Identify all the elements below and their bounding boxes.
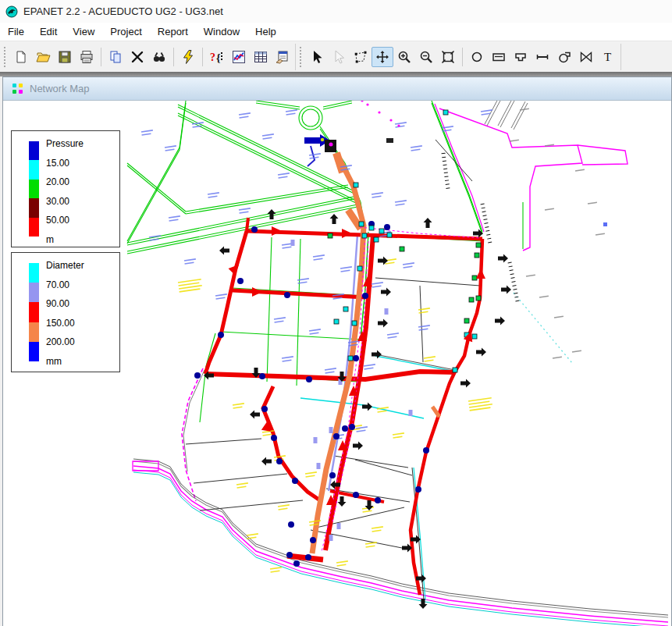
add-reservoir-button[interactable] [488, 47, 510, 67]
pressure-value: 15.00 [46, 154, 119, 173]
map-node [359, 222, 364, 226]
select-object-button[interactable] [306, 47, 328, 67]
zoom-out-button[interactable] [415, 47, 437, 67]
query-button[interactable]: ?{ [206, 47, 228, 67]
map-node [476, 243, 481, 247]
junction-node [353, 492, 359, 498]
pressure-legend[interactable]: Pressure 15.00 20.00 30.00 50.00 m [11, 130, 120, 247]
add-valve-button[interactable] [575, 47, 597, 67]
epanet-app-icon [5, 5, 18, 18]
graph-button[interactable] [228, 47, 250, 67]
diameter-legend-title: Diameter [46, 256, 119, 276]
junction-node [284, 292, 290, 298]
add-pump-button[interactable] [553, 47, 575, 67]
toolbar-gripper[interactable] [4, 47, 7, 67]
map-node [387, 233, 392, 237]
epanet-window: EPANET 2.2 - ACUEDUCTO UG2 - UG3.net Fil… [0, 0, 672, 626]
map-node [343, 307, 348, 311]
map-node [472, 276, 477, 280]
add-junction-button[interactable] [466, 47, 488, 67]
junction-node [329, 472, 336, 478]
flow-arrow [381, 288, 391, 297]
map-node [369, 226, 374, 230]
pressure-unit: m [46, 230, 119, 250]
flow-arrow [498, 254, 508, 263]
options-button[interactable] [272, 47, 293, 67]
junction-node [375, 497, 381, 503]
map-node [453, 368, 457, 372]
open-file-button[interactable] [32, 47, 54, 67]
add-tank-button[interactable] [510, 47, 532, 67]
toolbar-separator [462, 48, 463, 66]
flow-arrow [261, 457, 272, 466]
zoom-in-button[interactable] [393, 47, 415, 67]
map-node [475, 253, 479, 258]
network-map-window: Network Map [2, 76, 672, 626]
network-map-title: Network Map [30, 83, 90, 94]
junction-node [305, 554, 311, 560]
junction-node [353, 355, 359, 361]
junction-node [218, 332, 224, 338]
map-node [357, 266, 362, 271]
svg-text:?: ? [210, 52, 215, 63]
pan-button[interactable] [372, 47, 393, 67]
flow-arrow [353, 442, 363, 450]
menu-edit[interactable]: Edit [32, 23, 65, 40]
map-node [464, 318, 469, 323]
junction-node [384, 224, 390, 230]
junction-node [342, 425, 348, 432]
map-node [334, 319, 339, 324]
save-file-button[interactable] [54, 47, 76, 67]
junction-node [415, 486, 421, 493]
map-toolbar: T [296, 44, 621, 70]
flow-arrow [476, 348, 486, 357]
junction-node [251, 226, 258, 233]
junction-node [259, 373, 265, 379]
table-button[interactable] [250, 47, 272, 67]
menu-project[interactable]: Project [102, 23, 149, 40]
toolbar: ?{ [0, 41, 672, 72]
junction-node [306, 376, 312, 382]
map-node [400, 247, 404, 251]
network-map-titlebar[interactable]: Network Map [3, 77, 671, 101]
pressure-legend-title: Pressure [46, 134, 119, 154]
copy-button[interactable] [105, 47, 126, 67]
toolbar-separator [202, 48, 203, 66]
diameter-unit: mm [46, 352, 119, 372]
add-label-button[interactable]: T [597, 47, 619, 67]
junction-node [310, 537, 316, 543]
find-button[interactable] [148, 47, 170, 67]
full-extent-button[interactable] [437, 47, 459, 67]
print-button[interactable] [76, 47, 98, 67]
select-region-button[interactable] [350, 47, 372, 67]
junction-node [286, 552, 293, 558]
map-node [374, 237, 379, 242]
delete-button[interactable] [126, 47, 148, 67]
diameter-value: 90.00 [46, 294, 119, 314]
junction-node [362, 293, 368, 299]
menu-report[interactable]: Report [150, 23, 196, 40]
flow-arrow [495, 317, 505, 325]
diameter-value: 150.00 [46, 314, 119, 333]
menu-window[interactable]: Window [196, 23, 247, 40]
menu-help[interactable]: Help [247, 23, 284, 40]
map-node [352, 321, 357, 325]
add-pipe-button[interactable] [532, 47, 553, 67]
junction-node [288, 521, 294, 528]
select-vertex-button [328, 47, 350, 67]
menu-view[interactable]: View [65, 23, 102, 40]
new-file-button[interactable] [10, 47, 32, 67]
network-map-icon [12, 84, 23, 94]
flow-arrow [330, 214, 339, 224]
map-node [348, 356, 353, 361]
junction-node [194, 372, 201, 379]
flow-arrow [250, 411, 260, 419]
menu-file[interactable]: File [0, 23, 32, 40]
toolbar-separator [173, 48, 174, 66]
diameter-value: 70.00 [46, 276, 119, 295]
junction-node [293, 560, 300, 567]
network-map-canvas[interactable]: Pressure 15.00 20.00 30.00 50.00 m [3, 101, 671, 626]
diameter-legend[interactable]: Diameter 70.00 90.00 150.00 200.00 mm [11, 252, 120, 372]
run-analysis-button[interactable] [177, 47, 199, 67]
toolbar-gripper[interactable] [300, 47, 303, 67]
